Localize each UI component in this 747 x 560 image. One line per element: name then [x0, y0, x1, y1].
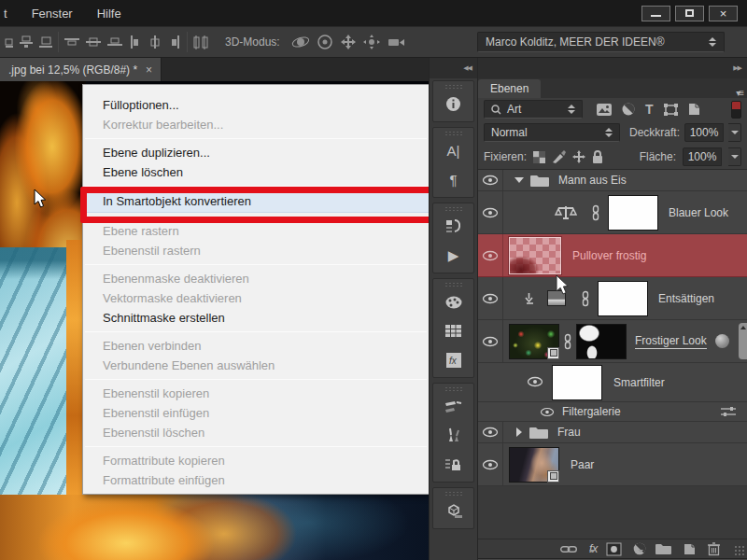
layer-mask-thumbnail[interactable]	[608, 195, 658, 231]
group-expand-icon[interactable]	[516, 427, 522, 437]
group-expand-icon[interactable]	[514, 177, 524, 183]
layer-name[interactable]: Paar	[571, 458, 594, 471]
mask-link-icon[interactable]	[563, 334, 572, 349]
visibility-toggle[interactable]	[541, 408, 554, 416]
menu-item-ebene-loeschen[interactable]: Ebene löschen	[83, 162, 429, 182]
layer-name[interactable]: Frau	[557, 426, 581, 439]
layer-row-pullover-frostig[interactable]: Pullover frostig	[478, 234, 747, 277]
layer-row-smartfilter[interactable]: Smartfilter	[478, 363, 747, 402]
layer-style-button[interactable]: fx	[589, 542, 595, 555]
paragraph-panel-icon[interactable]: ¶	[433, 165, 473, 194]
new-layer-icon[interactable]	[684, 543, 696, 555]
3d-slide-icon[interactable]	[363, 35, 380, 49]
align-right-edges-icon[interactable]	[168, 35, 181, 49]
character-panel-icon[interactable]: A|	[433, 136, 473, 165]
distribute-bottom-edges-icon[interactable]	[107, 35, 122, 49]
distribute-top-edges-icon[interactable]	[64, 35, 79, 49]
layer-row-paar[interactable]: Paar	[478, 443, 747, 486]
visibility-toggle[interactable]	[478, 422, 503, 442]
close-button[interactable]: ×	[709, 6, 738, 21]
layer-mask-thumbnail[interactable]	[576, 324, 627, 359]
menu-item-truncated[interactable]: t	[0, 0, 20, 26]
minimize-button[interactable]	[641, 6, 670, 21]
filter-pixel-layers-icon[interactable]	[597, 104, 612, 116]
filter-adjustment-layers-icon[interactable]	[622, 103, 635, 116]
lock-pixels-icon[interactable]	[552, 150, 566, 163]
visibility-toggle[interactable]	[478, 443, 503, 485]
layer-row-mann-aus-eis[interactable]: Mann aus Eis	[478, 170, 747, 191]
color-panel-icon[interactable]	[433, 287, 473, 316]
tab-close-icon[interactable]: ×	[146, 63, 152, 77]
visibility-toggle[interactable]	[478, 191, 503, 233]
layer-thumbnail[interactable]	[509, 324, 559, 359]
layer-name[interactable]: Smartfilter	[613, 376, 665, 389]
fill-value[interactable]: 100%	[683, 147, 722, 166]
layer-thumbnail[interactable]	[509, 447, 559, 483]
add-mask-icon[interactable]	[607, 543, 621, 555]
visibility-toggle[interactable]	[528, 376, 543, 389]
document-tab[interactable]: .jpg bei 12,5% (RGB/8#) * ×	[0, 58, 162, 81]
dock-gripper[interactable]	[444, 84, 462, 89]
menu-item-fenster[interactable]: Fenster	[20, 0, 85, 26]
3d-pan-icon[interactable]	[340, 35, 357, 49]
opacity-dropdown-icon[interactable]	[728, 123, 741, 142]
visibility-toggle[interactable]	[478, 277, 503, 319]
lock-all-icon[interactable]	[592, 150, 603, 163]
mask-link-icon[interactable]	[591, 205, 600, 220]
canvas[interactable]: Fülloptionen... Korrektur bearbeiten... …	[0, 81, 429, 560]
filter-smart-objects-icon[interactable]	[688, 103, 700, 116]
lock-position-icon[interactable]	[572, 150, 585, 163]
workspace-switcher[interactable]: Marco Kolditz, MEER DER IDEEN®	[477, 32, 725, 52]
link-layers-icon[interactable]	[560, 545, 577, 553]
layer-row-blauer-look[interactable]: Blauer Look	[478, 191, 747, 234]
menu-item-ebene-duplizieren[interactable]: Ebene duplizieren...	[83, 143, 429, 162]
3d-roll-icon[interactable]	[317, 35, 333, 49]
3d-panel-icon[interactable]	[433, 497, 473, 525]
layer-mask-thumbnail[interactable]	[598, 281, 648, 316]
brush-panel-icon[interactable]	[433, 392, 473, 421]
layer-name[interactable]: Entsättigen	[658, 292, 714, 305]
lock-transparency-icon[interactable]	[533, 151, 545, 163]
styles-panel-icon[interactable]: fx	[433, 345, 473, 374]
smart-filter-mask-thumbnail[interactable]	[552, 365, 602, 400]
visibility-toggle[interactable]	[478, 320, 503, 362]
collapse-panels-icon[interactable]: ▶▶	[733, 64, 741, 72]
dock-gripper[interactable]	[444, 282, 462, 287]
layer-thumbnail[interactable]	[509, 237, 561, 274]
dock-gripper[interactable]	[444, 386, 462, 391]
swatches-panel-icon[interactable]	[433, 316, 473, 345]
filter-blend-options-icon[interactable]	[721, 406, 736, 417]
opacity-value[interactable]: 100%	[684, 123, 724, 142]
3d-orbit-icon[interactable]	[291, 35, 310, 49]
layer-row-filtergalerie[interactable]: Filtergalerie	[478, 402, 747, 422]
new-adjustment-layer-button[interactable]	[633, 542, 643, 555]
expand-panels-icon[interactable]: ◀◀	[463, 64, 472, 72]
tab-ebenen[interactable]: Ebenen	[478, 79, 541, 98]
menu-item-hilfe[interactable]: Hilfe	[85, 0, 134, 26]
mask-link-icon[interactable]	[581, 291, 590, 306]
menu-item-fuelloptionen[interactable]: Fülloptionen...	[83, 95, 429, 115]
maximize-button[interactable]	[675, 6, 704, 21]
delete-layer-icon[interactable]	[708, 542, 720, 555]
align-partial-icon[interactable]	[6, 35, 13, 49]
layer-row-frau[interactable]: Frau	[478, 422, 747, 443]
visibility-toggle[interactable]	[478, 170, 503, 190]
visibility-toggle[interactable]	[478, 234, 503, 276]
menu-item-schnittmaske-erstellen[interactable]: Schnittmaske erstellen	[83, 308, 429, 328]
brush-presets-panel-icon[interactable]	[433, 421, 473, 450]
filter-type-dropdown[interactable]: Art	[484, 100, 583, 119]
dock-gripper[interactable]	[444, 131, 462, 135]
history-panel-icon[interactable]	[433, 212, 473, 241]
align-left-edges-icon[interactable]	[129, 35, 142, 49]
filter-shape-layers-icon[interactable]	[664, 104, 678, 116]
align-vertical-centers-icon[interactable]	[20, 35, 33, 49]
info-panel-icon[interactable]	[433, 90, 473, 119]
3d-camera-icon[interactable]	[387, 35, 405, 49]
dock-gripper[interactable]	[444, 206, 462, 211]
align-horizontal-centers-icon[interactable]	[148, 35, 162, 49]
distribute-widths-icon[interactable]	[193, 35, 210, 49]
layer-name[interactable]: Mann aus Eis	[558, 174, 627, 187]
actions-panel-icon[interactable]: ▶	[433, 241, 473, 270]
layer-row-frostiger-look[interactable]: Frostiger Look	[478, 320, 747, 363]
distribute-vertical-centers-icon[interactable]	[86, 35, 101, 49]
